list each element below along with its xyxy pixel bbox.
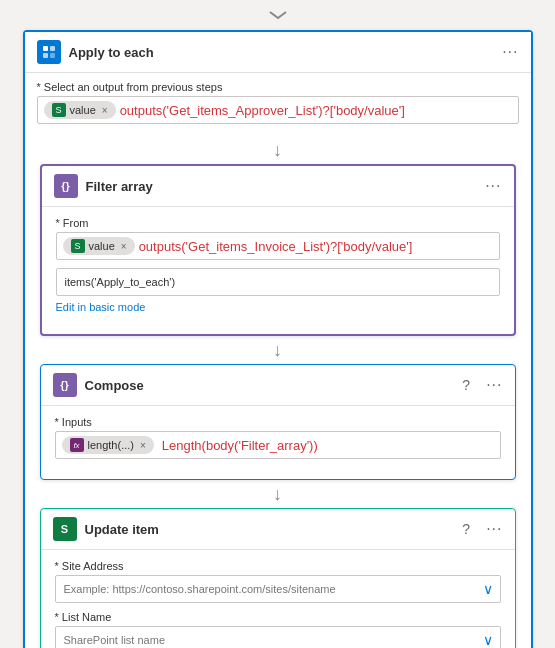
compose-expression: Length(body('Filter_array')) (162, 438, 318, 453)
compose-body: * Inputs fx length(...) × Length(body('F… (41, 406, 515, 479)
svg-rect-0 (43, 46, 48, 51)
list-name-row: * List Name ∨ (55, 611, 501, 648)
update-item-more-button[interactable]: ··· (486, 520, 502, 538)
site-address-input[interactable] (55, 575, 501, 603)
compose-help-button[interactable]: ? (462, 377, 470, 393)
compose-header: {} Compose ? ··· (41, 365, 515, 406)
filter-array-header: {} Filter array ··· (42, 166, 514, 207)
update-item-icon: S (53, 517, 77, 541)
from-label: * From (56, 217, 500, 229)
apply-to-each-header: Apply to each ··· (25, 32, 531, 73)
apply-to-each-card: Apply to each ··· * Select an output fro… (23, 30, 533, 648)
arrow-to-update: ↓ (273, 480, 282, 508)
from-token-box[interactable]: S value × outputs('Get_items_Invoice_Lis… (56, 232, 500, 260)
svg-rect-2 (43, 53, 48, 58)
filter-array-more-button[interactable]: ··· (485, 177, 501, 195)
compose-card: {} Compose ? ··· * Inputs fx length(...)… (40, 364, 516, 480)
update-item-title: Update item (85, 522, 455, 537)
apply-each-title: Apply to each (69, 45, 495, 60)
func-token-icon: fx (70, 438, 84, 452)
list-name-chevron-icon[interactable]: ∨ (483, 632, 493, 648)
arrow-to-compose: ↓ (273, 336, 282, 364)
from-field-row: * From S value × outputs('Get_items_Invo… (56, 217, 500, 260)
from-token-icon: S (71, 239, 85, 253)
edit-basic-mode-link[interactable]: Edit in basic mode (56, 301, 146, 313)
func-token-close[interactable]: × (140, 440, 146, 451)
apply-each-expression: outputs('Get_items_Approver_List')?['bod… (120, 103, 405, 118)
inputs-label: * Inputs (55, 416, 501, 428)
apply-each-body: * Select an output from previous steps S… (25, 73, 531, 648)
value-token-icon: S (52, 103, 66, 117)
update-item-help-button[interactable]: ? (462, 521, 470, 537)
filter-array-icon: {} (54, 174, 78, 198)
apply-each-more-button[interactable]: ··· (502, 43, 518, 61)
site-address-row: * Site Address ∨ (55, 560, 501, 603)
from-token-label: value (89, 240, 115, 252)
filter-input-row: Edit in basic mode (56, 268, 500, 314)
filter-array-title: Filter array (86, 179, 478, 194)
value-token: S value × (44, 101, 116, 119)
value-token-label: value (70, 104, 96, 116)
filter-array-body: * From S value × outputs('Get_items_Invo… (42, 207, 514, 334)
list-name-label: * List Name (55, 611, 501, 623)
inputs-field-row: * Inputs fx length(...) × Length(body('F… (55, 416, 501, 459)
compose-more-button[interactable]: ··· (486, 376, 502, 394)
site-address-label: * Site Address (55, 560, 501, 572)
update-item-card: S Update item ? ··· * Site Address ∨ * L… (40, 508, 516, 648)
select-output-token-box[interactable]: S value × outputs('Get_items_Approver_Li… (37, 96, 519, 124)
compose-title: Compose (85, 378, 455, 393)
from-value-token: S value × (63, 237, 135, 255)
update-item-header: S Update item ? ··· (41, 509, 515, 550)
arrow-to-filter: ↓ (273, 136, 282, 164)
list-name-input[interactable] (55, 626, 501, 648)
site-address-chevron-icon[interactable]: ∨ (483, 581, 493, 597)
site-address-field-wrapper: ∨ (55, 575, 501, 603)
list-name-field-wrapper: ∨ (55, 626, 501, 648)
top-chevron (266, 8, 290, 26)
apply-each-icon (37, 40, 61, 64)
update-item-body: * Site Address ∨ * List Name ∨ * (41, 550, 515, 648)
filter-array-card: {} Filter array ··· * From S value × out… (40, 164, 516, 336)
svg-rect-1 (50, 46, 55, 51)
value-token-close[interactable]: × (102, 105, 108, 116)
from-token-close[interactable]: × (121, 241, 127, 252)
from-expression: outputs('Get_items_Invoice_List')?['body… (139, 239, 413, 254)
svg-rect-3 (50, 53, 55, 58)
inputs-func-token: fx length(...) × (62, 436, 154, 454)
func-token-label: length(...) (88, 439, 134, 451)
compose-icon: {} (53, 373, 77, 397)
select-output-label: * Select an output from previous steps (37, 81, 519, 93)
inputs-token-box[interactable]: fx length(...) × Length(body('Filter_arr… (55, 431, 501, 459)
filter-value-input[interactable] (56, 268, 500, 296)
